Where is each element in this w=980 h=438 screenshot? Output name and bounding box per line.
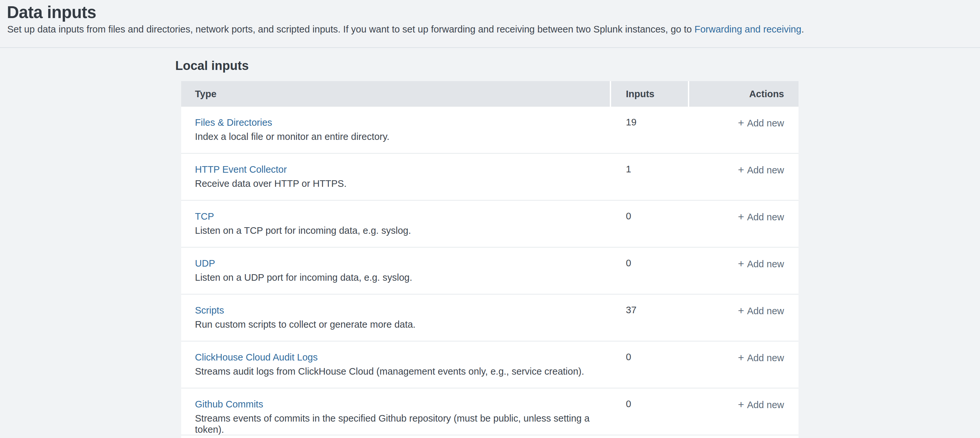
table-header-row: Type Inputs Actions (181, 81, 799, 107)
inputs-count: 0 (611, 389, 689, 435)
actions-cell: +Add new (689, 201, 799, 247)
table-row-github-commits: Github Commits Streams events of commits… (181, 389, 799, 435)
actions-cell: +Add new (689, 248, 799, 294)
scripts-link[interactable]: Scripts (195, 305, 224, 316)
tcp-link[interactable]: TCP (195, 211, 214, 222)
table-row-http-event-collector: HTTP Event Collector Receive data over H… (181, 154, 799, 201)
github-commits-link[interactable]: Github Commits (195, 398, 263, 410)
table-row-udp: UDP Listen on a UDP port for incoming da… (181, 248, 799, 295)
actions-cell: +Add new (689, 154, 799, 200)
table-row-tcp: TCP Listen on a TCP port for incoming da… (181, 201, 799, 248)
files-directories-link[interactable]: Files & Directories (195, 117, 272, 128)
subtitle-period: . (802, 24, 804, 35)
table-body: Files & Directories Index a local file o… (181, 107, 799, 438)
add-new-label: Add new (747, 259, 784, 269)
plus-icon: + (738, 305, 744, 317)
table-row-clickhouse-cloud-audit-logs: ClickHouse Cloud Audit Logs Streams audi… (181, 341, 799, 389)
page-subtitle: Set up data inputs from files and direct… (7, 23, 804, 35)
row-description: Run custom scripts to collect or generat… (195, 319, 611, 330)
row-description: Index a local file or monitor an entire … (195, 131, 611, 142)
add-new-link[interactable]: +Add new (738, 353, 784, 363)
type-cell: ClickHouse Cloud Audit Logs Streams audi… (181, 341, 611, 388)
add-new-link[interactable]: +Add new (738, 212, 784, 222)
row-description: Streams audit logs from ClickHouse Cloud… (195, 366, 611, 377)
type-cell: UDP Listen on a UDP port for incoming da… (181, 248, 611, 294)
plus-icon: + (738, 258, 744, 269)
plus-icon: + (738, 164, 744, 176)
table-row-scripts: Scripts Run custom scripts to collect or… (181, 295, 799, 341)
add-new-link[interactable]: +Add new (738, 259, 784, 269)
add-new-label: Add new (747, 306, 784, 316)
column-header-actions: Actions (689, 81, 799, 107)
udp-link[interactable]: UDP (195, 258, 215, 269)
forwarding-receiving-link[interactable]: Forwarding and receiving (694, 24, 802, 35)
inputs-count: 1 (611, 154, 689, 200)
table-row-files-directories: Files & Directories Index a local file o… (181, 107, 799, 154)
add-new-link[interactable]: +Add new (738, 306, 784, 316)
row-description: Streams events of commits in the specifi… (195, 413, 611, 435)
row-description: Listen on a UDP port for incoming data, … (195, 272, 611, 283)
type-cell: TCP Listen on a TCP port for incoming da… (181, 201, 611, 247)
plus-icon: + (738, 352, 744, 363)
section-title-local-inputs: Local inputs (175, 59, 249, 73)
add-new-label: Add new (747, 118, 784, 128)
plus-icon: + (738, 211, 744, 223)
inputs-count: 0 (611, 248, 689, 294)
inputs-count: 19 (611, 107, 689, 153)
add-new-label: Add new (747, 400, 784, 410)
type-cell: HTTP Event Collector Receive data over H… (181, 154, 611, 200)
plus-icon: + (738, 117, 744, 129)
actions-cell: +Add new (689, 107, 799, 153)
add-new-link[interactable]: +Add new (738, 165, 784, 175)
inputs-count: 0 (611, 201, 689, 247)
inputs-count: 37 (611, 295, 689, 341)
clickhouse-cloud-audit-logs-link[interactable]: ClickHouse Cloud Audit Logs (195, 352, 318, 363)
type-cell: Files & Directories Index a local file o… (181, 107, 611, 153)
subtitle-text: Set up data inputs from files and direct… (7, 24, 694, 35)
page-header: Data inputs Set up data inputs from file… (0, 0, 980, 48)
inputs-count: 0 (611, 341, 689, 388)
add-new-link[interactable]: +Add new (738, 118, 784, 128)
page-title: Data inputs (7, 3, 96, 22)
row-description: Receive data over HTTP or HTTPS. (195, 178, 611, 189)
add-new-label: Add new (747, 165, 784, 175)
actions-cell: +Add new (689, 295, 799, 341)
row-description: Listen on a TCP port for incoming data, … (195, 225, 611, 236)
actions-cell: +Add new (689, 341, 799, 388)
actions-cell: +Add new (689, 389, 799, 435)
add-new-link[interactable]: +Add new (738, 400, 784, 410)
add-new-label: Add new (747, 212, 784, 222)
type-cell: Scripts Run custom scripts to collect or… (181, 295, 611, 341)
next-row-cutoff (181, 435, 799, 438)
column-header-inputs: Inputs (611, 81, 688, 107)
plus-icon: + (738, 398, 744, 411)
type-cell: Github Commits Streams events of commits… (181, 389, 611, 435)
local-inputs-table: Type Inputs Actions Files & Directories … (181, 81, 799, 438)
http-event-collector-link[interactable]: HTTP Event Collector (195, 164, 287, 175)
add-new-label: Add new (747, 353, 784, 363)
column-header-type: Type (181, 81, 610, 107)
